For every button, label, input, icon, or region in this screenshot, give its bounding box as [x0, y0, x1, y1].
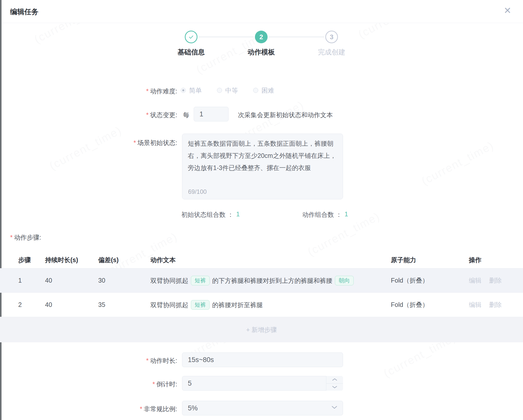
step-cell: 1: [16, 277, 45, 284]
state-change-input[interactable]: [194, 107, 229, 121]
difficulty-label: *动作难度:: [0, 87, 177, 95]
header-deviation: 偏差(s): [98, 256, 150, 264]
chevron-down-icon: [331, 405, 338, 409]
radio-easy[interactable]: 简单: [181, 86, 202, 95]
duration-input[interactable]: 15s~80s: [182, 352, 343, 367]
add-step-button[interactable]: + 新增步骤: [0, 317, 523, 342]
ability-cell: Fold（折叠）: [391, 301, 469, 309]
required-asterisk: *: [133, 139, 136, 146]
state-change-prefix: 每: [183, 111, 189, 119]
edit-task-dialog: (current_time)(current_time)(current_tim…: [0, 0, 523, 420]
action-text: 的下方裤腿和裤腰对折到上方的裤腿和裤腰: [212, 277, 332, 284]
duration-label: *动作时长:: [0, 356, 177, 365]
radio-medium-label[interactable]: 中等: [225, 86, 238, 95]
radio-easy-label[interactable]: 简单: [189, 86, 202, 95]
chevron-down-icon: [332, 386, 337, 389]
action-steps-table: 步骤 持续时长(s) 偏差(s) 动作文本 原子能力 操作 14030双臂协同抓…: [0, 252, 523, 342]
number-spinner: [326, 376, 343, 391]
dialog-title: 编辑任务: [10, 7, 38, 17]
step-1-circle[interactable]: [185, 31, 197, 43]
combo-label: 初始状态组合数 ：: [181, 211, 234, 219]
required-asterisk: *: [146, 357, 149, 364]
action-text: 的裤腰对折至裤腿: [212, 301, 263, 308]
step-3-label: 完成创建: [300, 48, 363, 57]
combo-label: 动作组合数 ：: [302, 211, 342, 219]
step-2-circle[interactable]: 2: [255, 31, 268, 43]
combo-value: 1: [345, 211, 348, 219]
check-icon: [188, 34, 194, 40]
table-row: 14030双臂协同抓起短裤的下方裤腿和裤腰对折到上方的裤腿和裤腰朝向Fold（折…: [0, 268, 523, 293]
combo-value: 1: [236, 211, 240, 219]
deviation-cell: 30: [98, 277, 150, 284]
radio-hard[interactable]: 困难: [253, 86, 274, 95]
action-text-cell: 双臂协同抓起短裤的裤腰对折至裤腿: [150, 300, 391, 310]
step-connector: [269, 37, 324, 37]
keyword-tag: 短裤: [191, 276, 210, 285]
required-asterisk: *: [152, 381, 155, 388]
radio-circle-icon: [181, 88, 186, 93]
ability-cell: Fold（折叠）: [391, 276, 469, 285]
radio-circle-icon: [253, 88, 258, 93]
initial-state-label: *场景初始状态:: [0, 139, 177, 147]
header-actions: 操作: [469, 256, 523, 264]
action-combo-count: 动作组合数 ： 1: [302, 211, 348, 219]
required-asterisk: *: [10, 234, 13, 241]
difficulty-radio-group: 简单 中等 困难: [181, 85, 274, 96]
spinner-down-button[interactable]: [326, 384, 343, 391]
action-text: 双臂协同抓起: [150, 277, 188, 284]
edit-button[interactable]: 编辑: [469, 301, 481, 308]
deviation-cell: 35: [98, 301, 150, 308]
state-change-label: *状态变更:: [0, 111, 177, 119]
keyword-tag: 朝向: [335, 276, 354, 285]
duration-cell: 40: [45, 301, 98, 308]
header-step: 步骤: [16, 256, 45, 264]
watermark-text: (current_time): [419, 139, 496, 187]
step-1-label: 基础信息: [159, 48, 223, 57]
step-2-label: 动作模板: [230, 48, 293, 57]
radio-circle-icon: [217, 88, 222, 93]
radio-hard-label[interactable]: 困难: [262, 86, 274, 95]
char-counter: 69/100: [188, 188, 207, 195]
duration-cell: 40: [45, 277, 98, 284]
table-header-row: 步骤 持续时长(s) 偏差(s) 动作文本 原子能力 操作: [0, 252, 523, 268]
duration-value: 15s~80s: [188, 356, 214, 364]
countdown-value: 5: [188, 380, 192, 387]
table-row: 24035双臂协同抓起短裤的裤腰对折至裤腿Fold（折叠）编辑删除: [0, 293, 523, 317]
step-3-circle[interactable]: 3: [325, 31, 338, 43]
step-cell: 2: [16, 301, 45, 308]
dialog-titlebar: 编辑任务 ✕: [2, 0, 523, 23]
initial-state-field: 短裤五条数据背面朝上，五条数据正面朝上，裤腰朝右，离头部视野下方至少20cm之外…: [182, 134, 343, 199]
step-connector: [198, 37, 254, 37]
close-icon[interactable]: ✕: [504, 6, 511, 15]
chevron-up-icon: [332, 378, 337, 381]
step-3-number: 3: [330, 33, 333, 41]
countdown-input[interactable]: 5: [182, 376, 343, 391]
unusual-ratio-value: 5%: [188, 404, 198, 412]
delete-button[interactable]: 删除: [489, 277, 502, 284]
countdown-label: *倒计时:: [0, 380, 177, 388]
radio-medium[interactable]: 中等: [217, 86, 238, 95]
state-change-suffix: 次采集会更新初始状态和动作文本: [238, 111, 333, 119]
watermark-text: (current_time): [47, 124, 124, 172]
delete-button[interactable]: 删除: [489, 301, 502, 308]
initial-state-combo-count: 初始状态组合数 ： 1: [181, 211, 240, 219]
actions-cell: 编辑删除: [469, 301, 523, 309]
header-action-text: 动作文本: [150, 256, 391, 264]
action-text-cell: 双臂协同抓起短裤的下方裤腿和裤腰对折到上方的裤腿和裤腰朝向: [150, 276, 391, 285]
edit-button[interactable]: 编辑: [469, 277, 481, 284]
header-ability: 原子能力: [391, 256, 469, 264]
actions-cell: 编辑删除: [469, 276, 523, 285]
required-asterisk: *: [140, 405, 142, 412]
action-text: 双臂协同抓起: [150, 301, 188, 308]
action-steps-label: *动作步骤:: [10, 233, 41, 242]
required-asterisk: *: [146, 111, 149, 118]
spinner-up-button[interactable]: [326, 376, 343, 384]
unusual-ratio-label: *非常规比例:: [0, 405, 177, 413]
header-duration: 持续时长(s): [45, 256, 98, 264]
required-asterisk: *: [146, 88, 149, 95]
keyword-tag: 短裤: [191, 300, 210, 310]
unusual-ratio-select[interactable]: 5%: [182, 401, 343, 415]
table-body: 14030双臂协同抓起短裤的下方裤腿和裤腰对折到上方的裤腿和裤腰朝向Fold（折…: [0, 268, 523, 317]
step-2-number: 2: [259, 33, 263, 41]
